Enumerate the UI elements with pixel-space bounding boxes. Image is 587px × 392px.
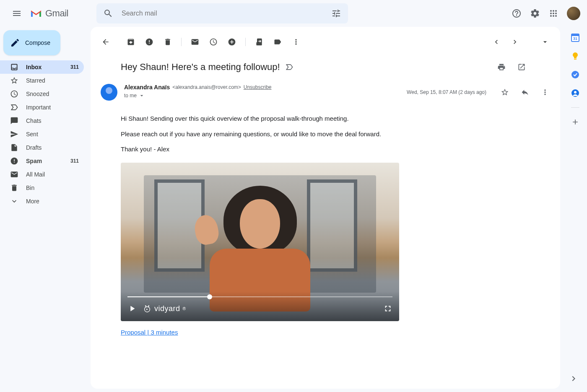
recipient-line[interactable]: to me [124, 92, 400, 99]
compose-button[interactable]: Compose [3, 30, 60, 55]
svg-rect-6 [571, 34, 579, 36]
subject-row: Hey Shaun! Here's a meeting followup! [91, 54, 560, 80]
dropdown-icon [138, 92, 145, 99]
arrow-back-icon [101, 38, 110, 46]
nav-item-sent[interactable]: Sent [0, 127, 84, 141]
spam-icon [10, 157, 18, 165]
mark-unread-button[interactable] [187, 34, 203, 50]
vidyard-brand: vidyard ® [143, 303, 186, 314]
main-menu-button[interactable] [7, 3, 27, 23]
nav-label: Sent [26, 131, 79, 138]
account-avatar[interactable] [567, 7, 580, 20]
caret-down-icon [541, 38, 549, 46]
video-title-link[interactable]: Proposal | 3 minutes [121, 328, 178, 337]
add-to-tasks-button[interactable] [223, 34, 240, 50]
folder-move-icon [255, 38, 263, 46]
side-panel-collapse-button[interactable] [569, 374, 579, 384]
search-icon-button[interactable] [100, 5, 117, 22]
message-toolbar [91, 30, 560, 54]
chevron-right-icon [569, 374, 579, 384]
nav-item-inbox[interactable]: Inbox311 [0, 60, 84, 74]
label-important-icon[interactable] [285, 63, 294, 71]
video-thumbnail[interactable]: vidyard ® [121, 163, 399, 321]
get-addons-button[interactable] [571, 118, 579, 126]
nav-item-spam[interactable]: Spam311 [0, 154, 84, 168]
vidyard-brand-text: vidyard [154, 303, 180, 314]
message-more-button[interactable] [537, 84, 553, 101]
vidyard-logo-icon [143, 304, 152, 313]
body-paragraph-3: Thank you! - Alex [121, 145, 530, 154]
settings-button[interactable] [527, 5, 543, 22]
open-new-window-button[interactable] [513, 59, 530, 75]
play-icon[interactable] [127, 304, 137, 313]
calendar-app-button[interactable]: 31 [571, 34, 579, 42]
move-to-button[interactable] [251, 34, 268, 50]
search-icon [103, 8, 113, 18]
archive-icon [127, 38, 135, 46]
sender-avatar[interactable] [101, 84, 117, 101]
newer-button[interactable] [506, 34, 523, 50]
nav-label: Chats [26, 117, 79, 124]
search-options-button[interactable] [328, 5, 345, 22]
sender-email: <alexandra.anais@rover.com> [172, 84, 241, 90]
support-button[interactable] [508, 5, 525, 22]
search-bar[interactable] [96, 3, 348, 23]
video-progress-bar[interactable] [127, 296, 392, 297]
nav-item-important[interactable]: Important [0, 101, 84, 114]
mail-icon [191, 38, 199, 46]
to-label: to me [124, 93, 137, 99]
nav-item-snoozed[interactable]: Snoozed [0, 87, 84, 101]
tasks-icon [571, 70, 579, 79]
unsubscribe-link[interactable]: Unsubscribe [244, 84, 272, 90]
nav-label: All Mail [26, 171, 79, 178]
labels-button[interactable] [269, 34, 286, 50]
nav-item-chats[interactable]: Chats [0, 114, 84, 127]
nav-item-drafts[interactable]: Drafts [0, 141, 84, 154]
back-button[interactable] [97, 34, 114, 50]
gmail-logo[interactable]: Gmail [30, 8, 93, 19]
body-paragraph-2: Please reach out if you have any remaini… [121, 130, 530, 139]
nav-label: Drafts [26, 144, 79, 151]
more-icon [10, 197, 18, 205]
email-subject: Hey Shaun! Here's a meeting followup! [121, 62, 280, 73]
input-tools-button[interactable] [537, 34, 553, 50]
fullscreen-icon[interactable] [383, 304, 392, 313]
search-input[interactable] [118, 10, 326, 17]
apps-grid-icon [548, 8, 558, 18]
snooze-button[interactable] [205, 34, 222, 50]
label-icon [273, 38, 282, 46]
nav-label: Spam [26, 158, 63, 164]
nav-count: 311 [70, 64, 79, 70]
print-button[interactable] [493, 59, 510, 75]
message-body: Hi Shaun! Sending over this quick overvi… [91, 104, 560, 347]
clock-icon [10, 90, 18, 98]
nav-item-bin[interactable]: Bin [0, 181, 84, 195]
older-button[interactable] [488, 34, 505, 50]
trash-icon [164, 38, 172, 46]
reply-icon [521, 88, 529, 96]
keep-app-button[interactable] [571, 52, 579, 60]
keep-icon [571, 52, 579, 60]
reply-button[interactable] [517, 84, 533, 101]
sender-name: Alexandra Anaïs [124, 84, 170, 91]
inbox-icon [10, 63, 18, 71]
delete-button[interactable] [159, 34, 176, 50]
hamburger-icon [12, 8, 22, 18]
archive-button[interactable] [122, 34, 139, 50]
more-actions-button[interactable] [288, 34, 304, 50]
header-actions [508, 5, 580, 22]
star-icon [10, 76, 18, 85]
report-spam-button[interactable] [141, 34, 158, 50]
tasks-app-button[interactable] [571, 70, 579, 79]
contacts-app-button[interactable] [571, 89, 579, 97]
chat-icon [10, 117, 18, 125]
calendar-icon: 31 [571, 34, 579, 42]
google-apps-button[interactable] [545, 5, 562, 22]
star-button[interactable] [496, 84, 513, 101]
pencil-icon [10, 38, 20, 48]
nav-item-all-mail[interactable]: All Mail [0, 168, 84, 181]
nav-item-starred[interactable]: Starred [0, 74, 84, 87]
nav-item-more[interactable]: More [0, 195, 84, 208]
nav-label: Starred [26, 77, 79, 84]
clock-icon [209, 38, 218, 46]
